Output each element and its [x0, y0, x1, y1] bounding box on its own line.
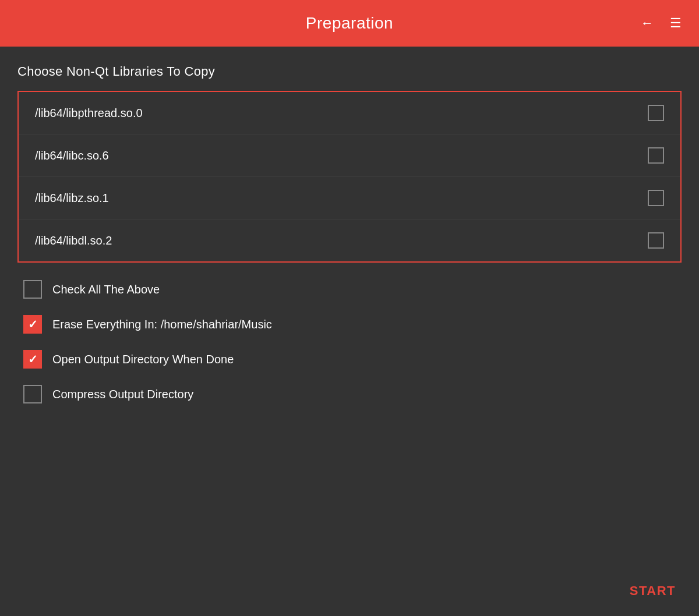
- option-row-open-output: ✓ Open Output Directory When Done: [23, 350, 676, 369]
- library-checkbox-1[interactable]: [648, 147, 664, 164]
- option-row-check-all: Check All The Above: [23, 280, 676, 299]
- compress-output-checkbox[interactable]: [23, 385, 42, 403]
- compress-output-label: Compress Output Directory: [52, 388, 193, 401]
- library-path-label: /lib64/libc.so.6: [35, 149, 109, 162]
- main-content: Choose Non-Qt Libraries To Copy /lib64/l…: [0, 47, 699, 431]
- header-actions: ← ☰: [641, 16, 682, 31]
- library-path-label: /lib64/libpthread.so.0: [35, 107, 143, 120]
- list-item: /lib64/libpthread.so.0: [19, 92, 680, 134]
- start-button[interactable]: START: [630, 583, 676, 599]
- list-item: /lib64/libdl.so.2: [19, 220, 680, 261]
- page-title: Preparation: [306, 14, 393, 33]
- library-path-label: /lib64/libdl.so.2: [35, 234, 112, 247]
- erase-everything-label: Erase Everything In: /home/shahriar/Musi…: [52, 318, 272, 331]
- list-item: /lib64/libz.so.1: [19, 177, 680, 220]
- check-all-checkbox[interactable]: [23, 280, 42, 299]
- library-checkbox-0[interactable]: [648, 105, 664, 121]
- option-row-compress: Compress Output Directory: [23, 385, 676, 403]
- check-all-label: Check All The Above: [52, 283, 160, 296]
- library-list-box: /lib64/libpthread.so.0 /lib64/libc.so.6 …: [17, 91, 682, 263]
- library-checkbox-3[interactable]: [648, 232, 664, 249]
- erase-everything-checkbox[interactable]: ✓: [23, 315, 42, 334]
- checkmark-icon: ✓: [28, 353, 38, 365]
- footer: START: [630, 583, 676, 599]
- menu-icon[interactable]: ☰: [670, 16, 682, 31]
- list-item: /lib64/libc.so.6: [19, 134, 680, 177]
- checkmark-icon: ✓: [28, 318, 38, 330]
- open-output-label: Open Output Directory When Done: [52, 353, 234, 366]
- section-title: Choose Non-Qt Libraries To Copy: [17, 64, 682, 79]
- library-checkbox-2[interactable]: [648, 190, 664, 206]
- app-header: Preparation ← ☰: [0, 0, 699, 47]
- library-path-label: /lib64/libz.so.1: [35, 192, 109, 205]
- options-section: Check All The Above ✓ Erase Everything I…: [17, 280, 682, 403]
- back-icon[interactable]: ←: [641, 16, 654, 31]
- option-row-erase: ✓ Erase Everything In: /home/shahriar/Mu…: [23, 315, 676, 334]
- open-output-checkbox[interactable]: ✓: [23, 350, 42, 369]
